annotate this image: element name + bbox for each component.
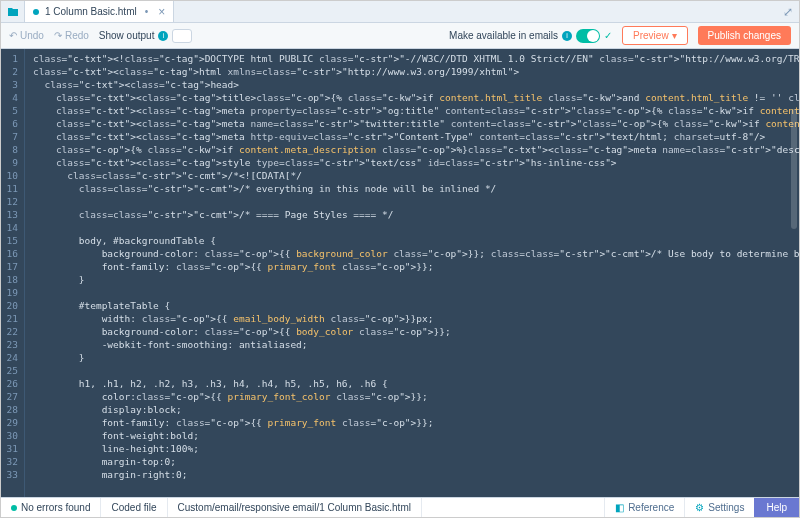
gear-icon: ⚙ — [695, 502, 704, 513]
filepath-status: Custom/email/responsive email/1 Column B… — [168, 498, 422, 517]
code-line[interactable]: class=class="c-str">"c-cmt">/*<![CDATA[*… — [33, 169, 799, 182]
code-line[interactable] — [33, 195, 799, 208]
tab-filename: 1 Column Basic.html — [45, 6, 137, 17]
show-output-toggle[interactable]: Show output i — [99, 29, 193, 43]
redo-button[interactable]: ↷ Redo — [54, 30, 89, 41]
close-icon[interactable]: × — [158, 5, 165, 19]
status-bar: No errors found Coded file Custom/email/… — [1, 497, 799, 517]
code-line[interactable] — [33, 364, 799, 377]
code-line[interactable]: -webkit-font-smoothing: antialiased; — [33, 338, 799, 351]
code-line[interactable]: class="c-txt"><class="c-tag">html xmlns=… — [33, 65, 799, 78]
folder-icon[interactable] — [1, 1, 25, 22]
info-icon: i — [158, 31, 168, 41]
code-line[interactable]: class="c-txt"><class="c-tag">style type=… — [33, 156, 799, 169]
code-line[interactable]: class="c-op">{% class="c-kw">if content.… — [33, 143, 799, 156]
code-line[interactable] — [33, 286, 799, 299]
preview-button[interactable]: Preview ▾ — [622, 26, 688, 45]
code-line[interactable] — [33, 221, 799, 234]
code-line[interactable]: class=class="c-str">"c-cmt">/* ==== Page… — [33, 208, 799, 221]
code-line[interactable]: class="c-txt"><class="c-tag">meta name=c… — [33, 117, 799, 130]
modified-indicator-icon: • — [145, 6, 149, 17]
chevron-down-icon: ▾ — [672, 30, 677, 41]
file-tab[interactable]: 1 Column Basic.html • × — [25, 1, 174, 22]
code-content[interactable]: class="c-txt"><!class="c-tag">DOCTYPE ht… — [25, 49, 799, 497]
tab-bar: 1 Column Basic.html • × ⤢ — [1, 1, 799, 23]
expand-icon[interactable]: ⤢ — [783, 5, 793, 19]
make-available-toggle[interactable]: Make available in emails i ✓ — [449, 29, 612, 43]
filetype-status: Coded file — [101, 498, 167, 517]
code-line[interactable]: background-color: class="c-op">{{ body_c… — [33, 325, 799, 338]
help-button[interactable]: Help — [754, 498, 799, 517]
code-line[interactable]: line-height:100%; — [33, 442, 799, 455]
code-line[interactable]: class="c-txt"><class="c-tag">meta http-e… — [33, 130, 799, 143]
info-icon: i — [562, 31, 572, 41]
check-icon: ✓ — [604, 30, 612, 41]
code-line[interactable]: background-color: class="c-op">{{ backgr… — [33, 247, 799, 260]
code-line[interactable]: class="c-txt"><class="c-tag">head> — [33, 78, 799, 91]
status-dot-icon — [11, 505, 17, 511]
code-line[interactable]: class="c-txt"><!class="c-tag">DOCTYPE ht… — [33, 52, 799, 65]
code-line[interactable]: } — [33, 273, 799, 286]
errors-status[interactable]: No errors found — [1, 498, 101, 517]
reference-button[interactable]: ◧ Reference — [604, 498, 684, 517]
book-icon: ◧ — [615, 502, 624, 513]
redo-icon: ↷ — [54, 30, 62, 41]
code-line[interactable]: margin-top:0; — [33, 455, 799, 468]
code-line[interactable]: } — [33, 351, 799, 364]
undo-icon: ↶ — [9, 30, 17, 41]
code-line[interactable]: font-family: class="c-op">{{ primary_fon… — [33, 260, 799, 273]
code-line[interactable]: body, #backgroundTable { — [33, 234, 799, 247]
code-line[interactable]: font-family: class="c-op">{{ primary_fon… — [33, 416, 799, 429]
undo-button[interactable]: ↶ Undo — [9, 30, 44, 41]
code-line[interactable]: h1, .h1, h2, .h2, h3, .h3, h4, .h4, h5, … — [33, 377, 799, 390]
code-line[interactable]: margin-right:0; — [33, 468, 799, 481]
code-editor[interactable]: 1234567891011121314151617181920212223242… — [1, 49, 799, 497]
code-line[interactable]: width: class="c-op">{{ email_body_width … — [33, 312, 799, 325]
code-line[interactable]: #templateTable { — [33, 299, 799, 312]
code-line[interactable]: display:block; — [33, 403, 799, 416]
switch-on-icon[interactable] — [576, 29, 600, 43]
code-line[interactable]: class="c-txt"><class="c-tag">meta proper… — [33, 104, 799, 117]
code-line[interactable]: class="c-txt"><class="c-tag">title>class… — [33, 91, 799, 104]
tab-status-dot-icon — [33, 9, 39, 15]
toolbar: ↶ Undo ↷ Redo Show output i Make availab… — [1, 23, 799, 49]
code-line[interactable]: color:class="c-op">{{ primary_font_color… — [33, 390, 799, 403]
code-line[interactable]: class=class="c-str">"c-cmt">/* everythin… — [33, 182, 799, 195]
scrollbar-thumb[interactable] — [791, 109, 797, 229]
toggle-empty[interactable] — [172, 29, 192, 43]
code-line[interactable]: font-weight:bold; — [33, 429, 799, 442]
settings-button[interactable]: ⚙ Settings — [684, 498, 754, 517]
line-number-gutter: 1234567891011121314151617181920212223242… — [1, 49, 25, 497]
publish-button[interactable]: Publish changes — [698, 26, 791, 45]
